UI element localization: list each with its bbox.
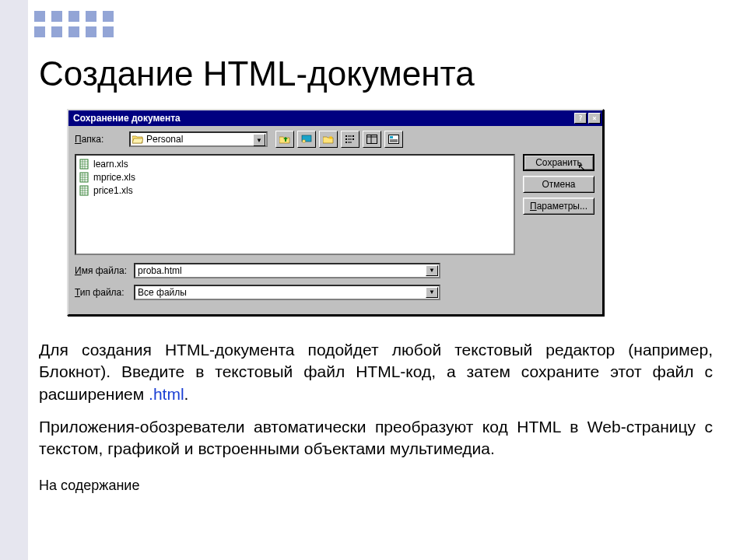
preview-button[interactable] xyxy=(384,131,403,148)
list-item[interactable]: price1.xls xyxy=(79,184,135,197)
up-one-level-button[interactable] xyxy=(275,131,294,148)
list-item[interactable]: learn.xls xyxy=(79,157,135,170)
chevron-down-icon[interactable]: ▼ xyxy=(426,265,438,276)
dialog-toolbar xyxy=(275,131,403,148)
folder-select[interactable]: Personal ▼ xyxy=(129,131,268,147)
folder-select-value: Personal xyxy=(146,134,183,145)
cancel-button-label: Отмена xyxy=(542,179,575,190)
chevron-down-icon[interactable]: ▼ xyxy=(253,134,265,146)
filename-value: proba.html xyxy=(138,265,182,276)
filename-input[interactable]: proba.html ▼ xyxy=(134,263,440,278)
file-name: mprice.xls xyxy=(93,172,135,183)
folder-label: Папка: xyxy=(75,134,126,145)
svg-rect-2 xyxy=(345,135,347,137)
list-item[interactable]: mprice.xls xyxy=(79,170,135,184)
save-button[interactable]: Сохранить ↖ xyxy=(523,154,594,171)
options-button[interactable]: Параметры... xyxy=(523,198,594,215)
dialog-titlebar[interactable]: Сохранение документа ? × xyxy=(68,110,602,126)
spreadsheet-file-icon xyxy=(79,172,90,183)
file-name: learn.xls xyxy=(93,159,128,170)
save-dialog: Сохранение документа ? × Папка: Personal… xyxy=(67,109,604,316)
filetype-value: Все файлы xyxy=(138,287,187,298)
svg-rect-9 xyxy=(352,138,354,140)
svg-rect-8 xyxy=(352,135,354,137)
page-title: Создание HTML-документа xyxy=(39,54,713,93)
svg-rect-3 xyxy=(345,138,347,140)
svg-rect-10 xyxy=(367,135,377,144)
filetype-select[interactable]: Все файлы ▼ xyxy=(134,285,440,300)
filetype-label: Тип файла: xyxy=(75,287,129,298)
folder-open-icon xyxy=(132,135,143,144)
filename-label: Имя файла: xyxy=(75,265,129,276)
svg-rect-14 xyxy=(390,136,393,138)
toc-link[interactable]: На содержание xyxy=(39,478,713,494)
desktop-button[interactable] xyxy=(297,131,316,148)
cancel-button[interactable]: Отмена xyxy=(523,176,594,193)
save-button-label: Сохранить xyxy=(535,157,582,168)
details-view-icon xyxy=(366,135,377,144)
html-extension: .html xyxy=(149,385,184,403)
spreadsheet-file-icon xyxy=(79,159,90,170)
preview-icon xyxy=(388,135,399,144)
details-view-button[interactable] xyxy=(363,131,381,148)
paragraph-1: Для создания HTML-документа подойдет люб… xyxy=(39,339,713,405)
list-view-button[interactable] xyxy=(341,131,359,148)
file-name: price1.xls xyxy=(93,185,133,196)
spreadsheet-file-icon xyxy=(79,185,90,196)
options-button-label: Параметры... xyxy=(530,201,587,212)
chevron-down-icon[interactable]: ▼ xyxy=(426,287,438,298)
titlebar-help-button[interactable]: ? xyxy=(574,113,587,124)
dialog-title-text: Сохранение документа xyxy=(73,113,181,124)
list-view-icon xyxy=(345,135,356,144)
paragraph-2: Приложения-обозреватели автоматически пр… xyxy=(39,416,713,460)
new-folder-icon xyxy=(323,135,334,144)
file-list[interactable]: learn.xls mprice.xls price1.xls xyxy=(75,154,515,255)
svg-rect-4 xyxy=(345,142,347,143)
titlebar-close-button[interactable]: × xyxy=(588,113,601,124)
desktop-icon xyxy=(301,135,312,144)
up-one-level-icon xyxy=(279,135,290,144)
new-folder-button[interactable] xyxy=(319,131,338,148)
svg-point-1 xyxy=(303,140,306,143)
